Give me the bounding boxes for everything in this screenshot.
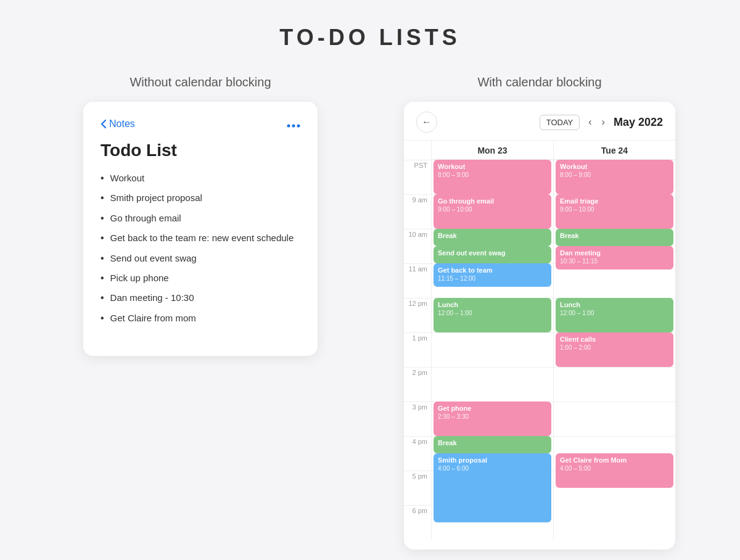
calendar-event[interactable]: Email triage9:00 – 10:00	[556, 194, 673, 229]
event-name: Workout	[438, 162, 547, 171]
event-name: Send out event swag	[438, 249, 547, 257]
event-time: 8:00 – 9:00	[438, 171, 547, 179]
svg-point-1	[292, 125, 295, 128]
hour-line	[432, 332, 553, 367]
day-col-tue: Workout8:00 – 9:00Email triage9:00 – 10:…	[553, 160, 675, 540]
event-name: Get Claire from Mom	[560, 456, 669, 464]
calendar-event[interactable]: Get Claire from Mom4:00 – 5:00	[556, 453, 673, 488]
calendar-event[interactable]: Get back to team11:15 – 12:00	[434, 263, 551, 287]
calendar-nav: ‹ ›	[585, 115, 609, 129]
calendar-controls: TODAY ‹ › May 2022	[540, 115, 663, 130]
calendar-grid-row: PST9 am10 am11 am12 pm1 pm2 pm3 pm4 pm5 …	[404, 160, 675, 540]
notes-menu-button[interactable]	[287, 117, 300, 131]
day-col-mon: Workout8:00 – 9:00Go through email9:00 –…	[431, 160, 553, 540]
event-name: Go through email	[438, 197, 547, 205]
calendar-event[interactable]: Break	[434, 436, 551, 453]
todo-item: Dan meeting - 10:30	[101, 291, 300, 305]
calendar-grid: Workout8:00 – 9:00Go through email9:00 –…	[431, 160, 675, 540]
today-button[interactable]: TODAY	[540, 115, 580, 130]
event-name: Smith proposal	[438, 456, 547, 464]
prev-button[interactable]: ‹	[585, 115, 595, 129]
notes-back-button[interactable]: Notes	[101, 118, 135, 130]
svg-point-2	[297, 125, 300, 128]
calendar-event[interactable]: Client calls1:00 – 2:00	[556, 332, 673, 367]
event-time: 4:00 – 6:00	[438, 464, 547, 472]
calendar-event[interactable]: Workout8:00 – 9:00	[434, 160, 551, 194]
event-time: 1:00 – 2:00	[560, 344, 669, 352]
todo-item: Get Claire from mom	[101, 311, 300, 325]
time-label: 1 pm	[404, 332, 431, 367]
hour-line	[554, 401, 675, 436]
calendar-event[interactable]: Lunch12:00 – 1:00	[434, 298, 551, 332]
event-name: Lunch	[560, 300, 669, 309]
time-label: 5 pm	[404, 471, 431, 505]
calendar-event[interactable]: Go through email9:00 – 10:00	[434, 194, 551, 229]
todo-item: Smith project proposal	[101, 191, 300, 205]
notes-header: Notes	[101, 117, 300, 131]
left-column: Without calendar blocking Notes T	[43, 75, 358, 356]
todo-item: Pick up phone	[101, 271, 300, 285]
notes-card: Notes Todo List WorkoutSmith project pro…	[83, 102, 318, 356]
notes-title: Todo List	[101, 141, 300, 160]
next-button[interactable]: ›	[598, 115, 609, 129]
calendar-card: ← TODAY ‹ › May 2022 Mon 23 Tue 24	[404, 102, 675, 550]
event-name: Dan meeting	[560, 249, 669, 257]
ellipsis-icon	[287, 124, 300, 128]
calendar-back-button[interactable]: ←	[416, 112, 437, 133]
calendar-event[interactable]: Get phone2:30 – 3:30	[434, 401, 551, 436]
calendar-event[interactable]: Dan meeting10:30 – 11:15	[556, 246, 673, 270]
event-time: 11:15 – 12:00	[438, 274, 547, 282]
calendar-month: May 2022	[614, 116, 663, 129]
time-label: 12 pm	[404, 298, 431, 332]
event-time: 12:00 – 1:00	[438, 309, 547, 317]
notes-back-label: Notes	[109, 118, 135, 130]
time-label: 6 pm	[404, 505, 431, 540]
time-label: 10 am	[404, 229, 431, 263]
event-time: 8:00 – 9:00	[560, 171, 669, 179]
todo-item: Workout	[101, 171, 300, 185]
time-label: 2 pm	[404, 367, 431, 401]
day-columns: Workout8:00 – 9:00Go through email9:00 –…	[431, 160, 675, 540]
time-labels: PST9 am10 am11 am12 pm1 pm2 pm3 pm4 pm5 …	[404, 160, 431, 540]
time-label: 3 pm	[404, 401, 431, 436]
time-label: 4 pm	[404, 436, 431, 471]
event-time: 9:00 – 10:00	[560, 205, 669, 213]
chevron-left-icon	[101, 119, 107, 129]
event-time: 2:30 – 3:30	[438, 413, 547, 421]
calendar-event[interactable]: Lunch12:00 – 1:00	[556, 298, 673, 332]
day-header-mon: Mon 23	[431, 141, 553, 159]
event-name: Break	[560, 231, 669, 240]
hour-line	[554, 367, 675, 401]
day-headers: Mon 23 Tue 24	[431, 141, 675, 160]
page-title: TO-DO LISTS	[279, 25, 460, 51]
left-label: Without calendar blocking	[130, 75, 271, 89]
hour-line	[432, 367, 553, 401]
calendar-event[interactable]: Send out event swag	[434, 246, 551, 263]
todo-list: WorkoutSmith project proposalGo through …	[101, 171, 300, 325]
event-name: Email triage	[560, 197, 669, 205]
event-name: Break	[438, 231, 547, 240]
event-name: Get back to team	[438, 266, 547, 274]
calendar-event[interactable]: Break	[434, 229, 551, 246]
calendar-header: ← TODAY ‹ › May 2022	[404, 102, 675, 141]
todo-item: Get back to the team re: new event sched…	[101, 231, 300, 245]
todo-item: Go through email	[101, 212, 300, 225]
calendar-event[interactable]: Smith proposal4:00 – 6:00	[434, 453, 551, 522]
event-time: 12:00 – 1:00	[560, 309, 669, 317]
event-time: 4:00 – 5:00	[560, 464, 669, 472]
time-label: 9 am	[404, 194, 431, 229]
calendar-event[interactable]: Workout8:00 – 9:00	[556, 160, 673, 194]
time-spacer	[404, 141, 431, 160]
event-time: 10:30 – 11:15	[560, 257, 669, 265]
event-name: Lunch	[438, 300, 547, 309]
event-name: Break	[438, 439, 547, 447]
todo-item: Send out event swag	[101, 252, 300, 265]
right-column: With calendar blocking ← TODAY ‹ › May 2…	[382, 75, 697, 550]
svg-point-0	[287, 125, 290, 128]
right-label: With calendar blocking	[477, 75, 601, 89]
calendar-event[interactable]: Break	[556, 229, 673, 246]
event-time: 9:00 – 10:00	[438, 205, 547, 213]
time-label: 11 am	[404, 263, 431, 298]
event-name: Get phone	[438, 404, 547, 413]
calendar-body: Mon 23 Tue 24	[404, 141, 675, 160]
